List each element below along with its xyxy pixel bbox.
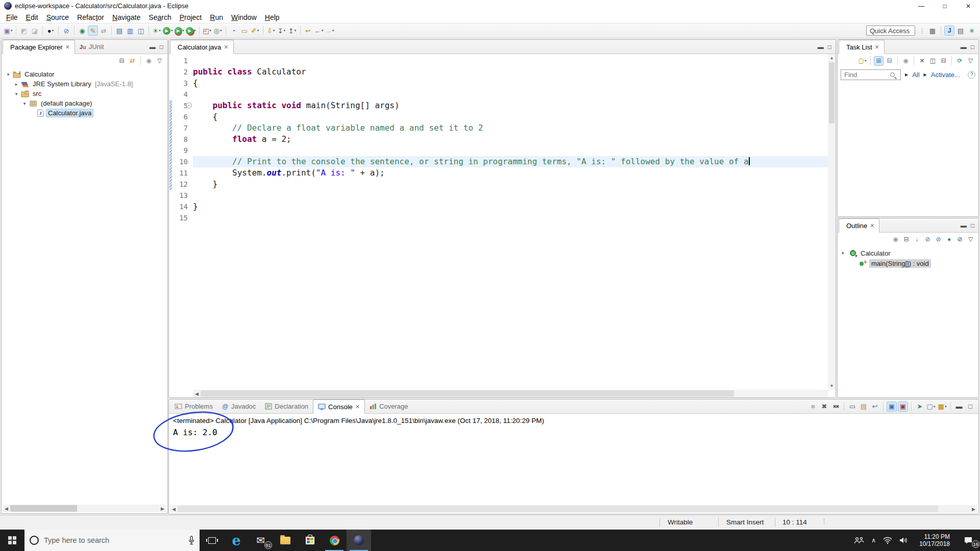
last-edit-location-button[interactable]: ⇩▾	[266, 26, 276, 36]
code-line-4[interactable]	[193, 89, 828, 100]
outline-item-calculator[interactable]: ▾CCalculator	[840, 248, 978, 258]
scroll-left-icon[interactable]: ◀	[193, 391, 201, 396]
close-tab-icon[interactable]: ✕	[875, 44, 879, 51]
eclipse-button[interactable]	[347, 530, 371, 551]
code-line-1[interactable]	[193, 55, 828, 66]
open-package-button[interactable]: ▥	[125, 26, 135, 36]
minimize-button[interactable]: —	[910, 0, 933, 12]
wifi-button[interactable]	[879, 530, 896, 551]
word-wrap-button[interactable]: ↩	[870, 402, 880, 412]
focus-working-set-button[interactable]: ◉	[144, 56, 154, 66]
open-type-button[interactable]: ▤	[114, 26, 125, 36]
expander-open-icon[interactable]: ▾	[14, 91, 19, 96]
minimize-view-icon[interactable]: ▬	[961, 222, 967, 229]
synchronize-button[interactable]: ⟳	[955, 56, 965, 66]
back-to-last-button[interactable]: ↩	[303, 26, 313, 36]
run-button[interactable]: ▶▾	[162, 26, 174, 36]
debug-button[interactable]: ✳▾	[152, 26, 162, 36]
taskbar-search-box[interactable]: Type here to search	[24, 530, 200, 551]
hide-completed-button[interactable]: ✕	[917, 56, 927, 66]
find-text-field[interactable]	[843, 70, 890, 79]
scheduled-button[interactable]: ⊟	[885, 56, 894, 66]
maximize-view-icon[interactable]: □	[828, 43, 831, 51]
find-input[interactable]	[841, 69, 901, 80]
menu-run[interactable]: Run	[206, 12, 227, 22]
expander-open-icon[interactable]: ▾	[6, 72, 11, 77]
save-button[interactable]: ◩	[19, 26, 29, 36]
start-button[interactable]	[0, 530, 24, 551]
file-explorer-button[interactable]	[273, 530, 298, 551]
maximize-view-icon[interactable]: □	[160, 43, 163, 51]
expander-closed-icon[interactable]: ▸	[14, 82, 19, 87]
previous-annotation-button[interactable]: ↥▾	[287, 26, 298, 36]
code-line-9[interactable]	[193, 145, 828, 156]
remove-launch-button[interactable]: ✖	[819, 402, 829, 412]
scroll-right-icon[interactable]: ▶	[970, 507, 977, 512]
activate-link[interactable]: Activate...	[931, 71, 960, 79]
quick-access-box[interactable]: Quick Access	[866, 26, 915, 36]
microphone-icon[interactable]	[188, 536, 194, 545]
checkout-button[interactable]: ▭	[239, 26, 250, 36]
tree-item-calculator-java[interactable]: JCalculator.java	[2, 108, 167, 118]
view-menu-button[interactable]: ▽	[966, 235, 975, 244]
tab-junit[interactable]: Ju JUnit	[75, 40, 108, 54]
expander-open-icon[interactable]: ▾	[22, 101, 27, 106]
menu-help[interactable]: Help	[261, 12, 284, 22]
editor-hscrollbar[interactable]: ◀	[193, 390, 828, 397]
maximize-view-button[interactable]: □	[965, 402, 975, 412]
view-menu-button[interactable]: ▽	[155, 56, 164, 66]
tab-coverage[interactable]: Coverage	[365, 399, 412, 413]
code-line-6[interactable]: {	[193, 111, 828, 122]
categorized-button[interactable]: ⊞	[874, 56, 884, 66]
menu-refactor[interactable]: Refactor	[73, 12, 108, 22]
new-wizard-button[interactable]: ▣▾	[3, 26, 13, 36]
code-line-12[interactable]: }	[193, 179, 828, 190]
tab-calculator-java[interactable]: Calculator.java ✕	[170, 40, 234, 54]
minimize-view-button[interactable]: ▬	[954, 402, 964, 412]
close-tab-icon[interactable]: ✕	[355, 404, 360, 410]
tree-item-calculator[interactable]: ▾JCalculator	[2, 69, 167, 79]
remove-all-launches-button[interactable]: ✖✖	[830, 402, 841, 412]
new-task-button[interactable]: ▢▾	[857, 56, 867, 66]
show-view-button[interactable]: ◫	[136, 26, 146, 36]
tab-outline[interactable]: Outline ✕	[839, 218, 879, 233]
coverage-button[interactable]: ▶▾	[174, 26, 185, 36]
hide-fields-button[interactable]: ⊘	[923, 235, 933, 244]
close-tab-icon[interactable]: ✕	[65, 44, 70, 51]
all-link[interactable]: All	[912, 71, 919, 79]
open-task-button[interactable]: ◔	[229, 26, 239, 36]
clear-console-button[interactable]: ▭	[847, 402, 857, 412]
minimize-view-icon[interactable]: ▬	[818, 43, 824, 51]
editor-code[interactable]: public class Calculator{ public static v…	[193, 54, 828, 390]
tab-problems[interactable]: Problems	[170, 399, 217, 413]
maximize-view-icon[interactable]: □	[971, 43, 974, 51]
task-view-button[interactable]	[200, 530, 224, 551]
outline-item-main-string-void[interactable]: Smain(String[]) : void	[840, 258, 978, 268]
open-perspective-button[interactable]: ▦	[927, 26, 938, 36]
fold-collapse-icon[interactable]: −	[186, 103, 192, 108]
hide-non-public-button[interactable]: ●	[944, 235, 954, 244]
collapse-all-button[interactable]: ⊟	[901, 235, 911, 244]
menu-project[interactable]: Project	[176, 12, 206, 22]
people-button[interactable]	[850, 530, 868, 551]
action-center-button[interactable]: 16	[958, 530, 980, 551]
code-line-13[interactable]	[193, 190, 828, 201]
mail-button[interactable]: ✉ 91	[249, 530, 273, 551]
show-stderr-button[interactable]: ▣	[898, 402, 908, 412]
store-button[interactable]	[298, 530, 322, 551]
user-account-button[interactable]: ●▾	[45, 26, 56, 36]
code-line-3[interactable]: {	[193, 78, 828, 89]
minimize-view-icon[interactable]: ▬	[150, 43, 156, 51]
record-ui-button[interactable]: ◉	[77, 26, 87, 36]
terminate-button[interactable]: ■	[808, 402, 818, 412]
close-tab-icon[interactable]: ✕	[870, 222, 874, 229]
code-line-7[interactable]: // Declare a float variable named a and …	[193, 122, 828, 134]
code-line-11[interactable]: System.out.print("A is: " + a);	[193, 167, 828, 179]
maximize-view-icon[interactable]: □	[971, 222, 974, 229]
code-line-5[interactable]: public static void main(String[] args)	[193, 100, 828, 111]
display-console-button[interactable]: ▢▾	[926, 402, 936, 412]
all-expander-icon[interactable]: ▶	[905, 72, 908, 77]
code-line-2[interactable]: public class Calculator	[193, 66, 828, 78]
minimize-view-icon[interactable]: ▬	[961, 43, 967, 51]
scroll-down-icon[interactable]: ▼	[828, 382, 836, 390]
